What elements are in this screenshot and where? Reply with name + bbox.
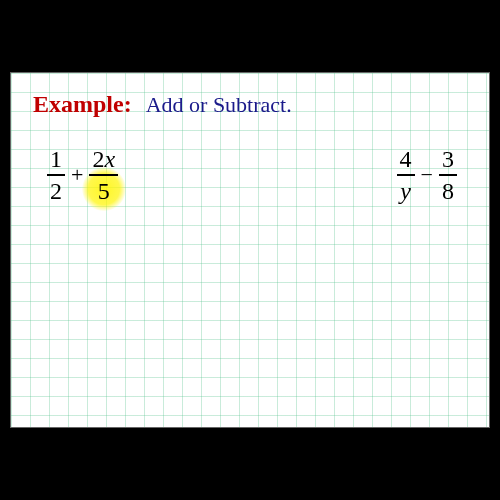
numerator: 4 bbox=[397, 146, 415, 172]
slide: Example: Add or Subtract. 1 2 + 2x 5 bbox=[10, 72, 490, 428]
denominator-variable-y: y bbox=[397, 178, 414, 204]
numerator: 2x bbox=[89, 146, 118, 172]
fraction-1-half: 1 2 bbox=[47, 146, 65, 204]
instruction-text: Add or Subtract. bbox=[146, 92, 292, 118]
fraction-bar bbox=[89, 174, 118, 176]
fraction-4-y: 4 y bbox=[397, 146, 415, 204]
problem-left: 1 2 + 2x 5 bbox=[47, 146, 118, 204]
fraction-bar bbox=[397, 174, 415, 176]
numerator: 3 bbox=[439, 146, 457, 172]
fraction-3-8: 3 8 bbox=[439, 146, 457, 204]
fraction-bar bbox=[47, 174, 65, 176]
problems-row: 1 2 + 2x 5 4 y − bbox=[33, 146, 467, 204]
header: Example: Add or Subtract. bbox=[33, 91, 467, 118]
example-label: Example: bbox=[33, 91, 132, 118]
content-area: Example: Add or Subtract. 1 2 + 2x 5 bbox=[11, 73, 489, 222]
denominator: 8 bbox=[439, 178, 457, 204]
variable-x: x bbox=[104, 146, 115, 172]
minus-operator: − bbox=[421, 162, 433, 188]
fraction-bar bbox=[439, 174, 457, 176]
numerator: 1 bbox=[47, 146, 65, 172]
denominator: 5 bbox=[95, 178, 113, 204]
fraction-2x-5: 2x 5 bbox=[89, 146, 118, 204]
problem-right: 4 y − 3 8 bbox=[397, 146, 457, 204]
denominator: 2 bbox=[47, 178, 65, 204]
